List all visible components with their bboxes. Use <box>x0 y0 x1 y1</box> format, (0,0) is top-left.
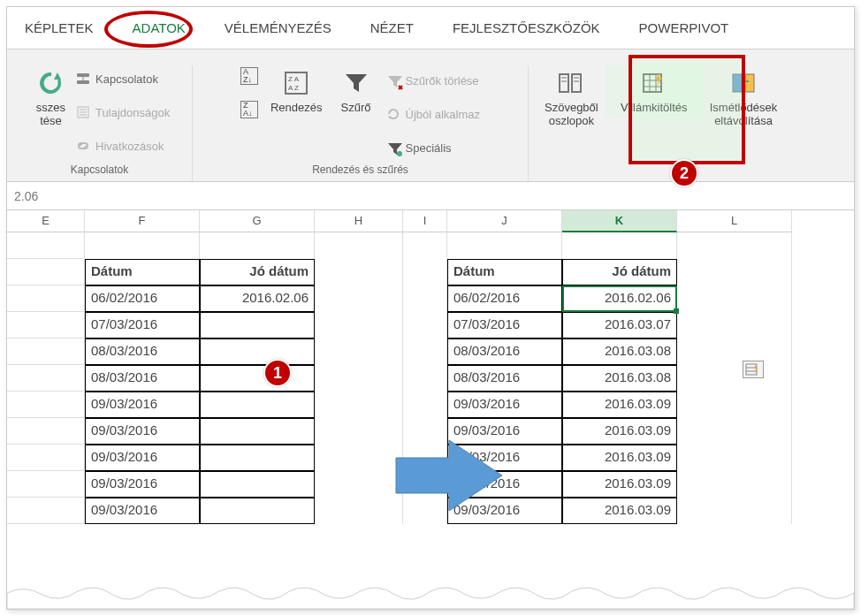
cell-blank[interactable] <box>403 232 447 259</box>
flash-fill-options-icon[interactable] <box>743 361 764 378</box>
tab-velemenyezes[interactable]: VÉLEMÉNYEZÉS <box>214 15 342 41</box>
cell[interactable] <box>403 365 447 392</box>
refresh-all-button[interactable]: sszes tése <box>29 65 72 131</box>
left-jodatum-cell[interactable] <box>200 312 315 338</box>
left-jodatum-cell[interactable] <box>200 418 315 445</box>
cell[interactable] <box>403 392 447 418</box>
cell[interactable] <box>7 338 85 365</box>
cell-blank[interactable] <box>562 232 677 259</box>
tab-powerpivot[interactable]: POWERPIVOT <box>629 15 740 41</box>
left-jodatum-cell[interactable] <box>200 392 315 418</box>
cell[interactable] <box>677 471 792 498</box>
kapcsolatok-button[interactable]: Kapcsolatok <box>76 65 170 92</box>
header-jodatum-left[interactable]: Jó dátum <box>200 259 315 285</box>
left-date-cell[interactable]: 09/03/2016 <box>85 418 200 445</box>
cell[interactable] <box>677 365 792 392</box>
cell[interactable] <box>315 285 403 312</box>
hivatkozasok-button[interactable]: Hivatkozások <box>76 133 170 159</box>
left-date-cell[interactable]: 06/02/2016 <box>85 285 200 312</box>
left-jodatum-cell[interactable] <box>200 471 315 498</box>
col-header-J[interactable]: J <box>447 210 562 232</box>
cell[interactable] <box>7 445 85 471</box>
szovegbol-oszlopok-button[interactable]: Szövegből oszlopok <box>537 65 606 131</box>
right-jodatum-cell[interactable]: 2016.03.08 <box>562 338 677 365</box>
right-jodatum-cell[interactable]: 2016.03.07 <box>562 312 677 338</box>
fill-handle[interactable] <box>674 308 679 314</box>
cell[interactable] <box>7 392 85 418</box>
right-date-cell[interactable]: 06/02/2016 <box>447 285 562 312</box>
cell[interactable] <box>7 365 85 392</box>
cell[interactable] <box>403 338 447 365</box>
cell[interactable] <box>315 338 403 365</box>
right-jodatum-cell[interactable]: 2016.03.09 <box>562 498 677 524</box>
cell[interactable] <box>677 498 792 524</box>
cell[interactable] <box>7 418 85 445</box>
tab-adatok[interactable]: ADATOK <box>122 15 196 41</box>
col-header-F[interactable]: F <box>85 210 200 232</box>
col-header-E[interactable]: E <box>7 210 85 232</box>
cell[interactable] <box>315 259 403 285</box>
cell[interactable] <box>403 285 447 312</box>
right-jodatum-cell[interactable]: 2016.03.09 <box>562 392 677 418</box>
left-jodatum-cell[interactable] <box>200 445 315 471</box>
left-date-cell[interactable]: 09/03/2016 <box>85 392 200 418</box>
cell[interactable] <box>315 392 403 418</box>
header-datum-right[interactable]: Dátum <box>447 259 562 285</box>
right-jodatum-cell[interactable]: 2016.03.08 <box>562 365 677 392</box>
cell-blank[interactable] <box>7 232 85 259</box>
header-jodatum-right[interactable]: Jó dátum <box>562 259 677 285</box>
szuro-button[interactable]: Szűrő <box>330 65 383 118</box>
cell[interactable] <box>315 365 403 392</box>
rendezes-button[interactable]: Z AA Z Rendezés <box>263 65 330 118</box>
cell-blank[interactable] <box>447 232 562 259</box>
left-jodatum-cell[interactable]: 2016.02.06 <box>200 285 315 312</box>
left-jodatum-cell[interactable] <box>200 498 315 524</box>
left-date-cell[interactable]: 07/03/2016 <box>85 312 200 338</box>
cell-blank[interactable] <box>85 232 200 259</box>
ujbol-alkalmaz-button[interactable]: Újból alkalmaz <box>386 101 481 127</box>
left-date-cell[interactable]: 08/03/2016 <box>85 338 200 365</box>
cell[interactable] <box>7 471 85 498</box>
cell[interactable] <box>677 285 792 312</box>
left-date-cell[interactable]: 08/03/2016 <box>85 365 200 392</box>
cell[interactable] <box>677 418 792 445</box>
cell[interactable] <box>677 338 792 365</box>
ismetlodesek-button[interactable]: Ismétlődések eltávolítása <box>703 65 785 131</box>
left-jodatum-cell[interactable] <box>200 338 315 365</box>
szurok-torlese-button[interactable]: Szűrők törlése <box>386 67 481 94</box>
cell[interactable] <box>7 498 85 524</box>
cell-blank[interactable] <box>315 232 403 259</box>
cell[interactable] <box>7 312 85 338</box>
villamkitoltes-button[interactable]: Villámkitöltés <box>606 65 703 118</box>
cell-blank[interactable] <box>200 232 315 259</box>
cell-blank[interactable] <box>677 232 792 259</box>
cell[interactable] <box>7 285 85 312</box>
tab-kepletek[interactable]: KÉPLETEK <box>14 15 104 41</box>
tab-nezet[interactable]: NÉZET <box>360 15 424 41</box>
right-date-cell[interactable]: 09/03/2016 <box>447 392 562 418</box>
right-date-cell[interactable]: 08/03/2016 <box>447 338 562 365</box>
right-jodatum-cell[interactable]: 2016.03.09 <box>562 471 677 498</box>
left-date-cell[interactable]: 09/03/2016 <box>85 471 200 498</box>
sort-desc-icon[interactable]: ZA↓ <box>240 101 258 118</box>
cell[interactable] <box>677 445 792 471</box>
right-date-cell[interactable]: 08/03/2016 <box>447 365 562 392</box>
cell[interactable] <box>403 312 447 338</box>
right-jodatum-cell[interactable]: 2016.03.09 <box>562 418 677 445</box>
header-datum-left[interactable]: Dátum <box>85 259 200 285</box>
cell[interactable] <box>7 259 85 285</box>
col-header-L[interactable]: L <box>677 210 792 232</box>
right-jodatum-cell[interactable]: 2016.03.09 <box>562 445 677 471</box>
tab-fejlesztoeszkozok[interactable]: FEJLESZTŐESZKÖZÖK <box>442 15 611 41</box>
right-jodatum-cell[interactable]: 2016.02.06 <box>562 285 677 312</box>
left-date-cell[interactable]: 09/03/2016 <box>85 498 200 524</box>
cell[interactable] <box>677 392 792 418</box>
left-jodatum-cell[interactable] <box>200 365 315 392</box>
col-header-K[interactable]: K <box>562 210 677 232</box>
col-header-I[interactable]: I <box>403 210 447 232</box>
specialis-button[interactable]: Speciális <box>386 134 481 161</box>
cell[interactable] <box>677 312 792 338</box>
col-header-G[interactable]: G <box>200 210 315 232</box>
right-date-cell[interactable]: 07/03/2016 <box>447 312 562 338</box>
cell[interactable] <box>677 259 792 285</box>
